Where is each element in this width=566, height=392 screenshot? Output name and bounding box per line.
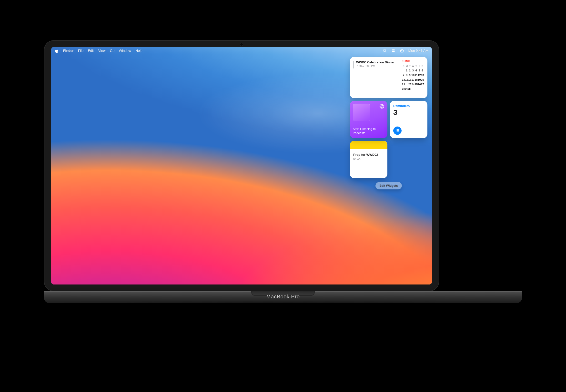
calendar-day[interactable]: 10	[411, 73, 415, 77]
menu-edit[interactable]: Edit	[88, 49, 94, 53]
calendar-day	[411, 86, 415, 91]
menu-view[interactable]: View	[98, 49, 105, 53]
svg-rect-9	[397, 132, 399, 132]
facetime-camera	[240, 43, 243, 46]
svg-rect-5	[397, 129, 399, 130]
macbook-lid: Finder File Edit View Go Window Help	[44, 40, 439, 291]
calendar-day[interactable]: 20	[421, 77, 424, 82]
siri-icon[interactable]	[400, 49, 404, 53]
calendar-day[interactable]: 1	[405, 68, 408, 73]
calendar-day[interactable]: 29	[405, 86, 408, 91]
calendar-dow: T	[415, 64, 418, 68]
podcasts-widget[interactable]: Start Listening to Podcasts	[350, 101, 387, 138]
macbook-base: MacBook Pro	[44, 291, 522, 303]
note-title: Prep for WWDC!	[353, 153, 384, 156]
menu-app-name[interactable]: Finder	[63, 49, 74, 53]
podcast-artwork-placeholder	[353, 104, 370, 121]
menu-window[interactable]: Window	[119, 49, 131, 53]
calendar-day[interactable]: 26	[418, 82, 421, 86]
apple-menu-icon[interactable]	[55, 49, 59, 53]
note-date: 6/9/20	[353, 157, 384, 161]
menu-help[interactable]: Help	[135, 49, 143, 53]
calendar-month-section: JUNE SMTWTFS1234567891011121314151617181…	[400, 57, 427, 98]
calendar-day[interactable]: 28	[402, 86, 405, 91]
calendar-day[interactable]: 15	[405, 77, 408, 82]
calendar-month-label: JUNE	[402, 60, 424, 63]
calendar-day[interactable]: 11	[415, 73, 418, 77]
calendar-day[interactable]: 25	[415, 82, 418, 86]
calendar-day	[418, 86, 421, 91]
event-color-bar	[353, 61, 353, 69]
menu-go[interactable]: Go	[110, 49, 115, 53]
calendar-dow: T	[408, 64, 411, 68]
calendar-day[interactable]: 14	[402, 77, 405, 82]
calendar-widget[interactable]: WWDC Celebration Dinner… 7:00 – 8:00 PM …	[350, 57, 427, 98]
calendar-day[interactable]: 23	[408, 82, 411, 86]
svg-rect-7	[397, 130, 399, 131]
calendar-day[interactable]: 8	[405, 73, 408, 77]
calendar-day[interactable]: 12	[418, 73, 421, 77]
calendar-dow: F	[418, 64, 421, 68]
podcasts-icon	[379, 104, 384, 110]
calendar-event-section: WWDC Celebration Dinner… 7:00 – 8:00 PM	[350, 57, 400, 98]
calendar-day[interactable]: 24	[411, 82, 415, 86]
calendar-grid: SMTWTFS123456789101112131415161718192021…	[402, 64, 424, 91]
notification-center-widgets: WWDC Celebration Dinner… 7:00 – 8:00 PM …	[350, 57, 427, 189]
calendar-day[interactable]: 19	[418, 77, 421, 82]
display: Finder File Edit View Go Window Help	[51, 47, 432, 284]
notes-widget[interactable]: Prep for WWDC! 6/9/20	[350, 141, 387, 178]
calendar-day[interactable]: 21	[402, 82, 405, 86]
calendar-day[interactable]: 30	[408, 86, 411, 91]
calendar-dow: W	[411, 64, 415, 68]
calendar-dow: S	[421, 64, 424, 68]
calendar-dow: S	[402, 64, 405, 68]
calendar-dow: M	[405, 64, 408, 68]
svg-point-4	[396, 129, 396, 130]
svg-point-8	[396, 131, 396, 132]
calendar-day	[402, 68, 405, 73]
calendar-day	[421, 86, 424, 91]
calendar-day[interactable]: 9	[408, 73, 411, 77]
spotlight-icon[interactable]	[383, 49, 387, 53]
reminders-list-icon	[393, 126, 402, 135]
calendar-day[interactable]: 22	[405, 82, 408, 86]
notes-header-bar	[350, 141, 387, 149]
reminders-title: Reminders	[393, 104, 424, 108]
calendar-day[interactable]: 18	[415, 77, 418, 82]
podcasts-cta-text: Start Listening to Podcasts	[353, 127, 384, 135]
calendar-day	[415, 86, 418, 91]
menu-bar: Finder File Edit View Go Window Help	[51, 47, 432, 54]
macbook-frame: Finder File Edit View Go Window Help	[44, 40, 522, 303]
menu-file[interactable]: File	[78, 49, 84, 53]
menu-clock[interactable]: Mon 9:41 AM	[408, 49, 429, 53]
calendar-event-time: 7:00 – 8:00 PM	[356, 65, 397, 68]
calendar-day[interactable]: 17	[411, 77, 415, 82]
control-center-icon[interactable]	[391, 49, 395, 53]
calendar-day[interactable]: 7	[402, 73, 405, 77]
calendar-day[interactable]: 27	[421, 82, 424, 86]
calendar-day[interactable]: 4	[415, 68, 418, 73]
device-label: MacBook Pro	[266, 294, 300, 300]
calendar-day[interactable]: 3	[411, 68, 415, 73]
calendar-day[interactable]: 5	[418, 68, 421, 73]
edit-widgets-button[interactable]: Edit Widgets	[376, 182, 402, 189]
calendar-day[interactable]: 16	[408, 77, 411, 82]
reminders-count: 3	[393, 108, 424, 116]
reminders-widget[interactable]: Reminders 3	[390, 101, 427, 138]
calendar-day[interactable]: 6	[421, 68, 424, 73]
calendar-event-title: WWDC Celebration Dinner…	[356, 61, 397, 64]
svg-point-6	[396, 130, 396, 131]
calendar-day[interactable]: 2	[408, 68, 411, 73]
calendar-day[interactable]: 13	[421, 73, 424, 77]
svg-point-3	[382, 106, 382, 107]
